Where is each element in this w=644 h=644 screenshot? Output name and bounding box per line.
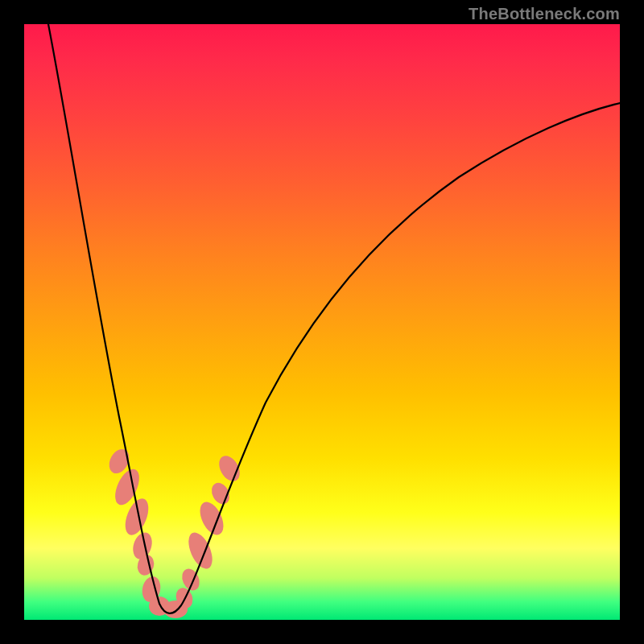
highlight-blobs — [105, 446, 244, 618]
chart-frame: TheBottleneck.com — [0, 0, 644, 644]
blob-icon — [215, 452, 244, 485]
curve-svg — [24, 24, 620, 620]
plot-area — [24, 24, 620, 620]
blob-icon — [208, 480, 233, 507]
watermark-text: TheBottleneck.com — [469, 5, 620, 23]
